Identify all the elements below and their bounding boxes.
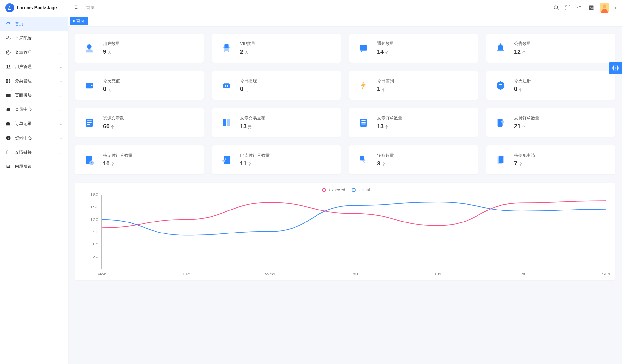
stat-card[interactable]: 今日提现 0元 xyxy=(212,71,341,100)
chevron-down-icon: ⌄ xyxy=(59,136,62,140)
legend-item-expected[interactable]: expected xyxy=(320,188,345,192)
svg-rect-48 xyxy=(501,121,504,122)
svg-point-4 xyxy=(9,65,10,67)
stat-card[interactable]: 转账数量 3个 xyxy=(349,145,478,174)
sidebar-item-label: 友情链接 xyxy=(15,149,32,155)
svg-rect-6 xyxy=(9,79,10,81)
search-icon[interactable] xyxy=(553,5,559,11)
tab-label: 首页 xyxy=(76,18,84,24)
stat-unit: 人 xyxy=(245,50,248,55)
stat-title: 公告数量 xyxy=(514,41,531,47)
svg-rect-5 xyxy=(6,79,8,81)
translate-icon[interactable]: A字 xyxy=(588,5,594,11)
chevron-down-icon: ⌄ xyxy=(59,65,62,69)
legend-item-actual[interactable]: actual xyxy=(350,188,370,192)
svg-rect-8 xyxy=(9,81,10,83)
stat-title: 今日提现 xyxy=(240,78,257,84)
tab-home[interactable]: 首页 xyxy=(70,17,88,25)
stat-unit: 元 xyxy=(245,87,248,92)
stat-card[interactable]: 用户数量 9人 xyxy=(75,34,204,63)
series-actual[interactable] xyxy=(102,202,606,235)
breadcrumb[interactable]: 首页 xyxy=(86,5,95,11)
stat-card[interactable]: 今天注册 0个 xyxy=(486,71,615,100)
app-name: Larcms Backstage xyxy=(17,5,57,10)
sidebar-item-gear[interactable]: 全局配置 xyxy=(0,31,68,45)
topbar: 首页 TT A字 ▾ xyxy=(68,0,622,16)
stat-card[interactable]: 今天充值 0元 xyxy=(75,71,204,100)
stat-title: 资源文章数 xyxy=(103,115,124,121)
svg-rect-16 xyxy=(7,166,10,166)
sidebar-item-dashboard[interactable]: 首页 xyxy=(0,17,68,31)
sidebar-item-link[interactable]: 友情链接 ⌄ xyxy=(0,145,68,159)
svg-rect-7 xyxy=(6,81,8,83)
stat-unit: 个 xyxy=(519,87,523,92)
user-menu-caret-icon[interactable]: ▾ xyxy=(615,6,616,10)
stat-card[interactable]: 待提现申请 7个 xyxy=(486,145,615,174)
sidebar-item-label: 订单记录 xyxy=(15,121,32,127)
svg-line-21 xyxy=(557,8,559,10)
stat-card[interactable]: 文章交易金额 13元 xyxy=(212,108,341,137)
font-size-icon[interactable]: TT xyxy=(576,5,583,11)
stat-card[interactable]: 今日签到 1个 xyxy=(349,71,478,100)
menu-toggle-icon[interactable] xyxy=(74,4,80,11)
tab-active-dot-icon xyxy=(73,20,75,22)
sidebar-item-article[interactable]: 文章管理 ⌄ xyxy=(0,45,68,60)
stat-title: 待提现申请 xyxy=(514,153,535,158)
stat-value: 0个 xyxy=(514,86,531,93)
stat-value: 11个 xyxy=(240,160,270,167)
fullscreen-icon[interactable] xyxy=(565,5,571,11)
stat-title: 用户数量 xyxy=(103,41,120,47)
columns-icon xyxy=(221,117,232,129)
stat-title: 文章交易金额 xyxy=(240,115,265,121)
sidebar-item-label: 用户管理 xyxy=(15,64,32,70)
settings-floating-button[interactable] xyxy=(609,62,622,74)
doc-lines-icon xyxy=(84,117,95,129)
svg-text:30: 30 xyxy=(93,255,98,259)
stat-title: 已支付订单数量 xyxy=(240,153,270,158)
sidebar-item-info[interactable]: 资讯中心 ⌄ xyxy=(0,131,68,145)
stat-title: VIP数量 xyxy=(240,41,255,47)
chevron-down-icon: ⌄ xyxy=(59,51,62,55)
stat-unit: 元 xyxy=(248,125,252,129)
sidebar-item-member[interactable]: 会员中心 ⌄ xyxy=(0,102,68,117)
svg-rect-38 xyxy=(87,120,91,121)
sidebar-item-label: 分类管理 xyxy=(15,78,32,84)
svg-point-0 xyxy=(8,38,9,39)
sidebar-item-label: 首页 xyxy=(15,21,23,27)
sidebar-item-label: 页面模块 xyxy=(15,92,32,98)
sidebar-item-feedback[interactable]: 问题反馈 xyxy=(0,159,68,174)
stat-value: 3个 xyxy=(377,160,394,167)
sidebar-item-users[interactable]: 用户管理 ⌄ xyxy=(0,60,68,74)
stat-card[interactable]: 已支付订单数量 11个 xyxy=(212,145,341,174)
feedback-icon xyxy=(6,164,11,169)
sidebar-item-category[interactable]: 分类管理 ⌄ xyxy=(0,74,68,88)
svg-rect-15 xyxy=(7,165,10,166)
legend-marker-icon xyxy=(350,188,357,192)
stat-unit: 个 xyxy=(248,162,252,166)
avatar[interactable] xyxy=(600,3,609,13)
stat-title: 今天充值 xyxy=(103,78,120,84)
stat-card[interactable]: 支付订单数量 21个 xyxy=(486,108,615,137)
sidebar-item-label: 文章管理 xyxy=(15,50,32,55)
stat-card[interactable]: 通知数量 14个 xyxy=(349,34,478,63)
logo-area[interactable]: L Larcms Backstage xyxy=(0,0,68,16)
stat-card[interactable]: 文章订单数量 13个 xyxy=(349,108,478,137)
svg-text:Fri: Fri xyxy=(435,272,441,276)
stat-unit: 个 xyxy=(382,162,386,166)
stat-card[interactable]: 公告数量 12个 xyxy=(486,34,615,63)
stat-card[interactable]: VIP数量 2人 xyxy=(212,34,341,63)
svg-text:Sat: Sat xyxy=(518,272,526,276)
sidebar-item-order[interactable]: 订单记录 ⌄ xyxy=(0,117,68,131)
line-chart[interactable]: 306090120150180MonTueWedThuFriSatSun xyxy=(80,193,610,277)
sidebar-item-label: 资讯中心 xyxy=(15,135,32,141)
stat-title: 今日签到 xyxy=(377,78,394,84)
series-expected[interactable] xyxy=(102,201,606,228)
svg-text:60: 60 xyxy=(93,242,98,246)
stat-unit: 个 xyxy=(111,125,115,129)
stat-card[interactable]: 待支付订单数量 10个 xyxy=(75,145,204,174)
stat-value: 2人 xyxy=(240,49,255,55)
article-icon xyxy=(6,50,11,55)
dashboard-icon xyxy=(6,21,11,27)
sidebar-item-page[interactable]: 页面模块 ⌄ xyxy=(0,88,68,102)
stat-card[interactable]: 资源文章数 60个 xyxy=(75,108,204,137)
